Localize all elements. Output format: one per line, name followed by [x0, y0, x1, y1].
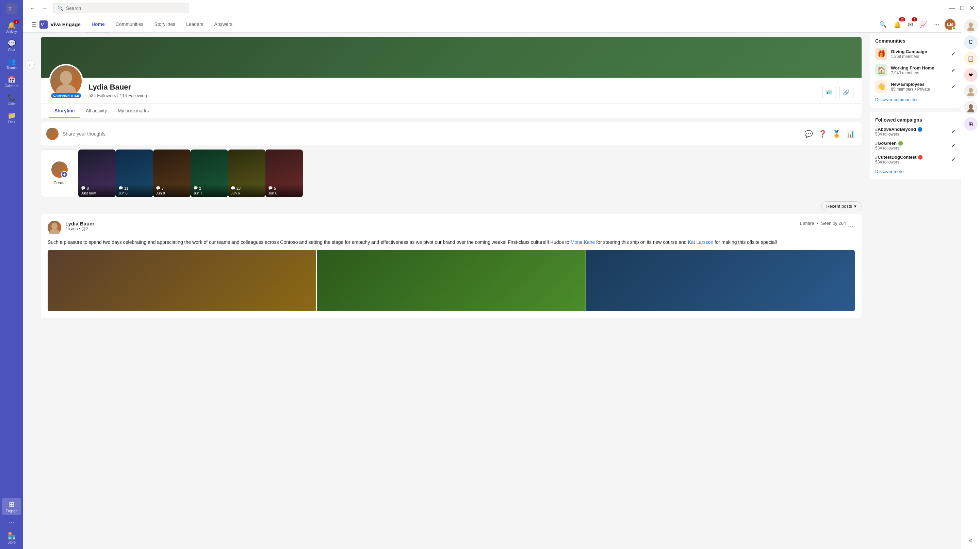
right-panel-item-3[interactable]: 📋 [964, 52, 978, 65]
new-emp-info: New Employees 85 members • Private [891, 82, 948, 92]
post-image [48, 250, 855, 311]
notifications-button[interactable]: 🔔12 [892, 19, 902, 30]
nav-item-engage[interactable]: ⊞ Engage [2, 498, 21, 515]
nav-item-store[interactable]: 🏪 Store [2, 530, 21, 546]
post-shares: 1 share [799, 221, 814, 226]
nav-home[interactable]: Home [86, 16, 110, 32]
right-panel-item-4[interactable]: ❤ [964, 68, 978, 82]
recent-posts-button[interactable]: Recent posts ▾ [821, 201, 862, 211]
green-dot-icon: 🟢 [898, 141, 903, 146]
post-card: Lydia Bauer 2h ago • @2 1 share [41, 214, 862, 318]
nav-item-calls[interactable]: 📞 Calls [2, 91, 21, 108]
forward-button[interactable]: → [40, 4, 50, 13]
post-more-button[interactable]: ⋯ [846, 221, 855, 231]
nav-leaders[interactable]: Leaders [181, 16, 209, 32]
search-bar[interactable]: 🔍 [53, 3, 189, 13]
story-date-3: Jun 8 [156, 191, 188, 195]
topbar-nav: ← → [27, 4, 50, 13]
nav-label-chat: Chat [8, 48, 15, 52]
nav-label-calendar: Calendar [5, 84, 19, 88]
post-message-button[interactable]: 💬 [803, 128, 814, 139]
story-item-1[interactable]: 💬 8 Just now [78, 150, 116, 197]
new-emp-name: New Employees [891, 82, 948, 87]
discover-more-link[interactable]: Discover more [875, 169, 904, 174]
profile-avatar [49, 64, 83, 98]
community-item-giving[interactable]: 🎁 Giving Campaign 1,268 members ✔ [875, 48, 956, 60]
profile-card-button[interactable]: 🪪 [822, 87, 837, 98]
communities-card: Communities 🎁 Giving Campaign 1,268 memb… [870, 33, 961, 108]
story-comments-1: 💬 8 [81, 186, 113, 190]
engage-topnav: ☰ V Viva Engage Home Communities Storyli… [23, 16, 961, 33]
post-link-kat[interactable]: Kat Larsson [688, 239, 713, 245]
post-question-button[interactable]: ❓ [817, 128, 828, 139]
nav-item-calendar[interactable]: 📅 Calendar [2, 73, 21, 90]
discover-communities-link[interactable]: Discover communities [875, 97, 918, 102]
green-followers: 534 followers [875, 146, 948, 150]
maximize-button[interactable]: □ [959, 3, 966, 13]
messages-button[interactable]: ✉5 [907, 19, 914, 30]
close-button[interactable]: ✕ [968, 3, 976, 13]
campaign-item-green[interactable]: #GoGreen 🟢 534 followers ✔ [875, 140, 956, 150]
nav-answers[interactable]: Answers [209, 16, 238, 32]
collapse-panel-button[interactable]: « [966, 534, 975, 546]
nav-storylines[interactable]: Storylines [149, 16, 181, 32]
right-panel-item-2[interactable]: C [964, 35, 978, 49]
share-avatar [46, 128, 59, 140]
right-panel-item-5[interactable] [964, 85, 978, 98]
story-item-5[interactable]: 💬 23 Jun 6 [228, 150, 266, 197]
teams-logo[interactable]: T [5, 3, 18, 15]
right-panel-item-1[interactable] [964, 19, 978, 33]
giving-info: Giving Campaign 1,268 members [891, 49, 948, 59]
svg-point-9 [967, 27, 974, 31]
post-author-name: Lydia Bauer [65, 221, 799, 227]
topbar: ← → 🔍 — □ ✕ [23, 0, 980, 16]
nav-communities[interactable]: Communities [110, 16, 149, 32]
community-item-new-emp[interactable]: 👋 New Employees 85 members • Private ✔ [875, 80, 956, 93]
nav-label-store: Store [8, 541, 16, 544]
story-item-4[interactable]: 💬 2 Jun 7 [191, 150, 228, 197]
back-panel-button[interactable]: ‹ [25, 60, 35, 69]
post-image-part-1 [48, 250, 316, 311]
campaign-item-above[interactable]: #AboveAndBeyond 🔵 534 followers ✔ [875, 127, 956, 137]
story-item-6[interactable]: 💬 5 Jun 6 [266, 150, 303, 197]
campaign-item-dog[interactable]: #CutestDogContest 🔴 534 followers ✔ [875, 155, 956, 164]
story-date-2: Jun 8 [118, 191, 150, 195]
story-comments-5: 💬 23 [231, 186, 263, 190]
minimize-button[interactable]: — [947, 3, 956, 13]
user-avatar[interactable]: LB [945, 19, 956, 30]
nav-item-files[interactable]: 📁 Files [2, 109, 21, 126]
community-item-wfh[interactable]: 🏠 Working From Home 7,943 members ✔ [875, 64, 956, 76]
hamburger-button[interactable]: ☰ [29, 19, 40, 30]
story-item-3[interactable]: 💬 7 Jun 8 [153, 150, 191, 197]
tab-all-activity[interactable]: All activity [80, 104, 112, 118]
post-poll-button[interactable]: 📊 [845, 128, 856, 139]
post-sort-row: Recent posts ▾ [41, 201, 862, 211]
green-check-icon: ✔ [951, 142, 956, 149]
giving-name: Giving Campaign [891, 49, 948, 54]
search-input[interactable] [66, 5, 185, 11]
story-overlay-1: 💬 8 Just now [78, 184, 116, 197]
nav-item-activity[interactable]: 🔔 1 Activity [2, 19, 21, 36]
back-button[interactable]: ← [27, 4, 38, 13]
share-input[interactable] [63, 131, 799, 137]
nav-item-chat[interactable]: 💬 Chat [2, 37, 21, 54]
post-praise-button[interactable]: 🏅 [831, 128, 842, 139]
profile-link-button[interactable]: 🔗 [839, 87, 853, 98]
right-panel-item-7[interactable]: ⊞ [964, 117, 978, 131]
more-options-button[interactable]: ··· [933, 19, 940, 29]
tab-storyline[interactable]: Storyline [49, 104, 80, 118]
svg-point-10 [969, 88, 973, 93]
viva-engage-logo: V [40, 21, 48, 29]
far-right-panel: C 📋 ❤ [961, 16, 980, 549]
analytics-button[interactable]: 📈 [918, 19, 929, 30]
tab-my-bookmarks[interactable]: My bookmarks [112, 104, 154, 118]
nav-more-button[interactable]: ··· [7, 516, 17, 528]
post-link-mona[interactable]: Mona Kane [571, 239, 595, 245]
story-item-2[interactable]: 💬 11 Jun 8 [116, 150, 153, 197]
right-panel-item-6[interactable] [964, 101, 978, 115]
nav-label-calls: Calls [8, 102, 15, 106]
create-story-item[interactable]: + Create [41, 150, 78, 197]
nav-item-teams[interactable]: 👥 Teams [2, 55, 21, 72]
create-plus-icon: + [61, 171, 68, 178]
search-button[interactable]: 🔍 [878, 19, 888, 30]
